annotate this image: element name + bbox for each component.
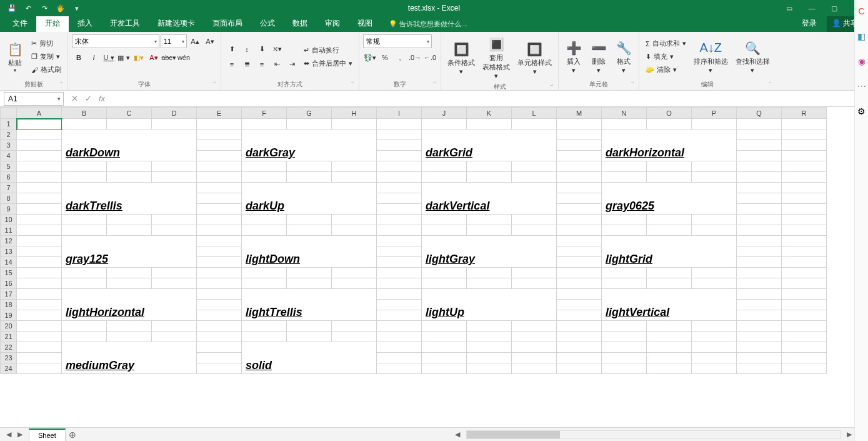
align-top-icon[interactable]: ⬆ — [225, 43, 239, 56]
window-title: test.xlsx - Excel — [408, 4, 460, 13]
group-cells: ➕插入▾ ➖删除▾ 🔧格式▾ 单元格 — [559, 32, 639, 90]
clear-button[interactable]: 🧽 清除 ▾ — [643, 64, 689, 76]
outdent-icon[interactable]: ⇤ — [270, 58, 284, 71]
tab-view[interactable]: 视图 — [349, 15, 381, 32]
merge-center-button[interactable]: ⬌ 合并后居中 ▾ — [301, 58, 355, 69]
find-select-button[interactable]: 🔍查找和选择▾ — [733, 38, 772, 76]
group-alignment: ⬆ ↕ ⬇ ⤭▾ ≡ ≣ ≡ ⇤ ⇥ ↵ 自动换行 ⬌ 合并后居中 ▾ 对齐方式 — [221, 32, 359, 90]
side-rail: C ◧ ◉ ⋯ ⚙ — [854, 0, 868, 107]
format-cells-button[interactable]: 🔧格式▾ — [612, 38, 635, 76]
formula-bar: A1 ✕ ✓ fx ⌄ — [0, 91, 868, 107]
qat-more-icon[interactable]: ▾ — [70, 1, 84, 15]
cancel-entry-icon[interactable]: ✕ — [67, 94, 81, 103]
align-left-icon[interactable]: ≡ — [225, 58, 239, 71]
wrap-text-button[interactable]: ↵ 自动换行 — [301, 44, 355, 56]
group-label: 样式 — [445, 81, 554, 91]
shrink-font-icon[interactable]: A▾ — [203, 34, 217, 48]
name-box[interactable]: A1 — [4, 92, 64, 106]
cell-styles-button[interactable]: 🔲单元格样式▾ — [515, 39, 554, 77]
app-icon[interactable]: ◧ — [856, 31, 867, 43]
indent-icon[interactable]: ⇥ — [285, 58, 299, 71]
autosum-button[interactable]: Σ 自动求和 ▾ — [643, 38, 689, 49]
group-styles: 🔲条件格式▾ 🔳套用 表格格式▾ 🔲单元格样式▾ 样式 — [441, 32, 559, 90]
sort-filter-button[interactable]: A↓Z排序和筛选▾ — [691, 38, 731, 76]
app-icon[interactable]: ⚙ — [856, 106, 867, 107]
group-label: 剪贴板 — [4, 79, 64, 89]
group-label: 对齐方式 — [225, 79, 355, 89]
font-size-combo[interactable]: 11 — [161, 34, 187, 48]
font-color-button[interactable]: A▾ — [147, 51, 161, 64]
fill-color-button[interactable]: ◧▾ — [132, 51, 146, 64]
grow-font-icon[interactable]: A▴ — [188, 34, 202, 48]
italic-button[interactable]: I — [87, 51, 101, 64]
comma-icon[interactable]: , — [393, 51, 407, 64]
group-font: 宋体 11 A▴ A▾ B I U ▾ ▦ ▾ ◧▾ A▾ abc▾ wén 字… — [68, 32, 221, 90]
formula-input[interactable] — [109, 92, 854, 106]
number-format-combo[interactable]: 常规 — [363, 34, 432, 48]
tab-formula[interactable]: 公式 — [251, 15, 284, 32]
ribbon-options-icon[interactable]: ▭ — [778, 1, 801, 15]
tab-file[interactable]: 文件 — [4, 15, 36, 32]
undo-icon[interactable]: ↶ — [21, 1, 35, 15]
ribbon: 📋粘贴▾ ✂ 剪切 ❐ 复制 ▾ 🖌 格式刷 剪贴板 宋体 11 A▴ A▾ B… — [0, 32, 868, 91]
delete-cells-button[interactable]: ➖删除▾ — [587, 38, 610, 76]
align-middle-icon[interactable]: ↕ — [240, 43, 254, 56]
restore-icon[interactable]: ▢ — [823, 1, 846, 15]
tab-developer[interactable]: 开发工具 — [101, 15, 149, 32]
redo-icon[interactable]: ↷ — [37, 1, 51, 15]
insert-cells-button[interactable]: ➕插入▾ — [562, 38, 585, 76]
border-button[interactable]: ▦ ▾ — [117, 51, 131, 64]
quick-access-toolbar: 💾 ↶ ↷ 🖐 ▾ — [0, 0, 89, 16]
dec-decimal-icon[interactable]: ←.0 — [423, 51, 437, 64]
minimize-icon[interactable]: — — [801, 1, 823, 15]
tab-newtab[interactable]: 新建选项卡 — [149, 15, 204, 32]
group-label: 单元格 — [562, 79, 635, 89]
tab-layout[interactable]: 页面布局 — [204, 15, 251, 32]
login-button[interactable]: 登录 — [797, 15, 822, 32]
save-icon[interactable]: 💾 — [5, 1, 19, 15]
tab-home[interactable]: 开始 — [36, 15, 69, 32]
confirm-entry-icon[interactable]: ✓ — [81, 94, 95, 103]
ribbon-tabs: 文件 开始 插入 开发工具 新建选项卡 页面布局 公式 数据 审阅 视图 💡 告… — [0, 16, 868, 32]
fx-icon[interactable]: fx — [95, 94, 109, 103]
cut-button[interactable]: ✂ 剪切 — [29, 38, 64, 49]
orientation-icon[interactable]: ⤭▾ — [270, 43, 284, 56]
phonetic-button[interactable]: wén — [177, 51, 191, 64]
underline-button[interactable]: U ▾ — [102, 51, 116, 64]
accounting-icon[interactable]: 💱▾ — [363, 51, 377, 64]
tab-insert[interactable]: 插入 — [69, 15, 101, 32]
tab-review[interactable]: 审阅 — [316, 15, 349, 32]
group-label: 数字 — [363, 79, 437, 89]
bold-button[interactable]: B — [72, 51, 86, 64]
cond-format-button[interactable]: 🔲条件格式▾ — [445, 39, 477, 77]
group-number: 常规 💱▾ % , .0→ ←.0 数字 — [359, 32, 441, 90]
group-editing: Σ 自动求和 ▾ ⬇ 填充 ▾ 🧽 清除 ▾ A↓Z排序和筛选▾ 🔍查找和选择▾… — [639, 32, 776, 90]
align-center-icon[interactable]: ≣ — [240, 58, 254, 71]
app-icon[interactable]: ⋯ — [856, 81, 867, 93]
title-bar: 💾 ↶ ↷ 🖐 ▾ test.xlsx - Excel ▭ — ▢ ✕ — [0, 0, 868, 16]
inc-decimal-icon[interactable]: .0→ — [408, 51, 422, 64]
group-clipboard: 📋粘贴▾ ✂ 剪切 ❐ 复制 ▾ 🖌 格式刷 剪贴板 — [0, 32, 68, 90]
paste-button[interactable]: 📋粘贴▾ — [4, 39, 26, 74]
tab-data[interactable]: 数据 — [284, 15, 316, 32]
copy-button[interactable]: ❐ 复制 ▾ — [29, 51, 64, 63]
align-right-icon[interactable]: ≡ — [255, 58, 269, 71]
strike-button[interactable]: abc▾ — [162, 51, 176, 64]
group-label: 编辑 — [643, 79, 772, 89]
app-icon[interactable]: C — [856, 6, 867, 18]
percent-icon[interactable]: % — [378, 51, 392, 64]
touch-mode-icon[interactable]: 🖐 — [54, 1, 67, 15]
tell-me-prompt[interactable]: 💡 告诉我您想要做什么... — [389, 19, 467, 29]
table-format-button[interactable]: 🔳套用 表格格式▾ — [480, 34, 512, 81]
group-label: 字体 — [72, 79, 217, 89]
fill-button[interactable]: ⬇ 填充 ▾ — [643, 51, 689, 63]
align-bottom-icon[interactable]: ⬇ — [255, 43, 269, 56]
font-name-combo[interactable]: 宋体 — [72, 34, 159, 48]
format-painter-button[interactable]: 🖌 格式刷 — [29, 64, 64, 76]
app-icon[interactable]: ◉ — [856, 56, 867, 68]
